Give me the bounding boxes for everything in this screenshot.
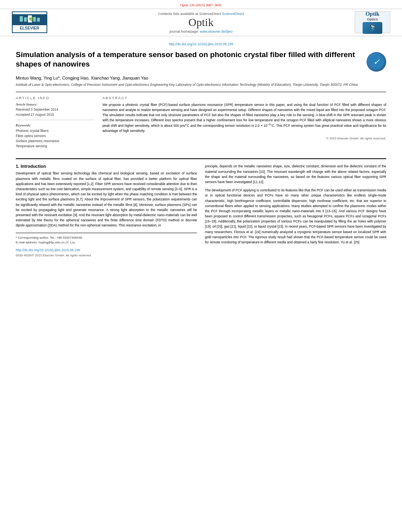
abstract-text: We propose a photonic crystal fiber (PCF… — [102, 102, 386, 133]
journal-info: Contents lists available at ScienceDirec… — [55, 11, 347, 33]
svg-text:✓: ✓ — [373, 57, 380, 66]
sciencedirect-text: Contents lists available at ScienceDirec… — [55, 11, 347, 16]
elsevier-logo: 🌿 ELSEVIER — [12, 11, 47, 33]
svg-rect-3 — [33, 17, 36, 22]
svg-text:🌿: 🌿 — [29, 17, 34, 22]
article-info-abstract-section: ARTICLE INFO Article history: Received 3… — [16, 92, 386, 148]
footer-doi: http://dx.doi.org/10.1016/j.ijleo.2015.0… — [16, 248, 197, 252]
keywords-section: Keywords: Photonic crystal fibers Fiber … — [16, 123, 95, 148]
body-content: 1. Introduction Development of optical f… — [0, 159, 402, 261]
accepted-date: Accepted 27 August 2015 — [16, 113, 95, 117]
body-right-column: principle, depends on the metallic nanow… — [205, 164, 386, 257]
info-divider — [16, 120, 95, 120]
optik-logo: Optik Optics 🔭 — [355, 11, 390, 33]
homepage-text: journal homepage: www.elsevier.de/ijleo — [63, 29, 339, 33]
elsevier-tree-icon: 🌿 — [18, 15, 41, 24]
abstract-column: ABSTRACT We propose a photonic crystal f… — [102, 96, 386, 148]
body-left-text: Development of optical fiber sensing tec… — [16, 171, 197, 228]
footer-issn: 0030-4026/© 2015 Elsevier GmbH. All righ… — [16, 254, 197, 257]
keyword-3: Surface plasmons resonance — [16, 139, 95, 144]
svg-rect-4 — [37, 18, 40, 22]
header-bar: 🌿 ELSEVIER Contents lists available at S… — [0, 9, 402, 36]
affiliation: Institute of Laser & Opto-electronics, C… — [16, 83, 386, 87]
article-title-row: Simulation analysis of a temperature sen… — [16, 50, 386, 72]
footnote-corresponding: * Corresponding author. Tel.: +86 020274… — [16, 235, 197, 240]
abstract-copyright: © 2015 Elsevier GmbH. All rights reserve… — [102, 137, 386, 140]
body-left-column: 1. Introduction Development of optical f… — [16, 164, 197, 257]
footnote-email: E-mail address: huying@tju.edu.cn (Y. Lu… — [16, 240, 197, 245]
keyword-1: Photonic crystal fibers — [16, 128, 95, 133]
crossmark-badge: ✓ — [367, 52, 386, 72]
body-right-text: principle, depends on the metallic nanow… — [205, 164, 386, 185]
keyword-2: Fiber optics sensors — [16, 133, 95, 139]
svg-rect-0 — [20, 16, 23, 22]
elsevier-wordmark: ELSEVIER — [20, 25, 39, 30]
svg-rect-1 — [24, 17, 27, 22]
elsevier-logo-top: 🌿 — [13, 14, 47, 25]
article-info-label: ARTICLE INFO — [16, 96, 95, 100]
received-date: Received 3 September 2014 — [16, 108, 95, 111]
section1-title: 1. Introduction — [16, 164, 197, 169]
article-info-column: ARTICLE INFO Article history: Received 3… — [16, 96, 95, 148]
keywords-label: Keywords: — [16, 123, 95, 127]
footnote-section: * Corresponding author. Tel.: +86 020274… — [16, 233, 197, 244]
doi-text: Optik 126 (2015) 3687–3691 — [180, 3, 221, 7]
keyword-4: Temperature sensing — [16, 144, 95, 149]
article-doi-link: http://dx.doi.org/10.1016/j.ijleo.2015.0… — [16, 42, 386, 46]
article-history-label: Article history: — [16, 102, 95, 106]
footnote-email-text: E-mail address: huying@tju.edu.cn (Y. Lu… — [16, 241, 76, 244]
abstract-label: ABSTRACT — [102, 96, 386, 100]
doi-anchor[interactable]: http://dx.doi.org/10.1016/j.ijleo.2015.0… — [169, 42, 233, 46]
page-wrapper: Optik 126 (2015) 3687–3691 🌿 ELSEVIER — [0, 0, 402, 532]
authors: Mintuo Wang, Ying Lu*, Congjing Hao, Xia… — [16, 76, 386, 80]
article-title: Simulation analysis of a temperature sen… — [16, 50, 359, 69]
sciencedirect-label: Contents lists available at ScienceDirec… — [158, 12, 221, 16]
body-right-text-2: The development of PCF applying is contr… — [205, 188, 386, 245]
authors-text: Mintuo Wang, Ying Lu*, Congjing Hao, Xia… — [16, 76, 148, 80]
journal-name: Optik — [55, 16, 347, 29]
article-main: http://dx.doi.org/10.1016/j.ijleo.2015.0… — [0, 36, 402, 153]
footer-doi-link[interactable]: http://dx.doi.org/10.1016/j.ijleo.2015.0… — [16, 248, 80, 252]
journal-homepage-link[interactable]: www.elsevier.de/ijleo — [200, 30, 233, 33]
doi-top: Optik 126 (2015) 3687–3691 — [0, 0, 402, 9]
